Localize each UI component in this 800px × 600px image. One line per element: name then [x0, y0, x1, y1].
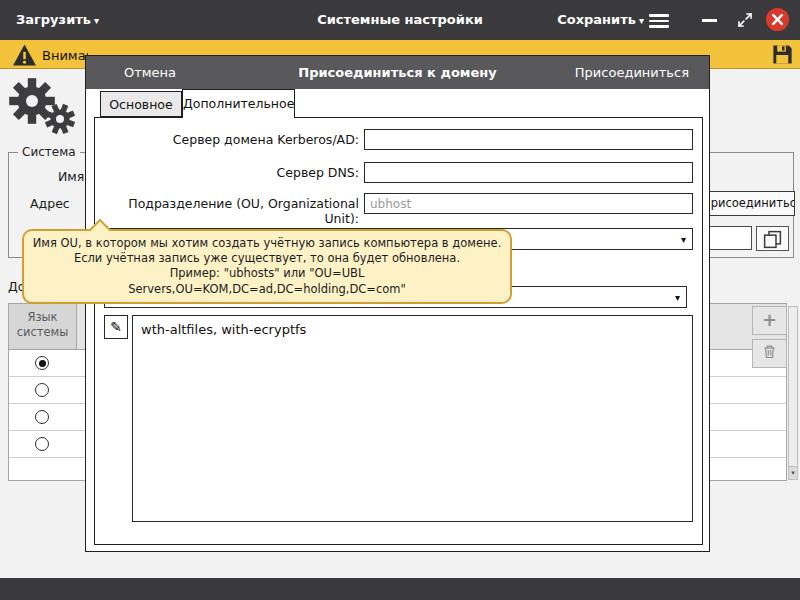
- dialog-tab-panel: Сервер домена Kerberos/AD: Сервер DNS: П…: [94, 117, 703, 545]
- warning-icon: [12, 43, 37, 66]
- tooltip-line: Пример: "ubhosts" или "OU=UBL Servers,OU…: [32, 266, 502, 296]
- radio-unselected[interactable]: [35, 383, 49, 397]
- footer-bar: [0, 578, 800, 600]
- system-groupbox-legend: Система: [18, 145, 80, 159]
- caret-down-icon: ▾: [94, 15, 99, 26]
- caret-down-icon: ▾: [675, 287, 680, 308]
- address-field-label: Адрес: [30, 196, 70, 211]
- trash-icon[interactable]: [752, 339, 787, 368]
- cancel-button[interactable]: Отмена: [124, 65, 176, 80]
- caret-down-icon: ▾: [681, 229, 686, 250]
- save-disk-icon[interactable]: [771, 43, 794, 66]
- name-field-label: Имя: [58, 169, 84, 184]
- scrollbar-down-icon[interactable]: ▾: [789, 466, 797, 479]
- hamburger-menu-icon[interactable]: [649, 14, 669, 28]
- window-title: Системные настройки: [0, 12, 800, 27]
- load-menu-label: Загрузить: [16, 12, 91, 27]
- close-icon[interactable]: [766, 8, 789, 31]
- radio-selected[interactable]: [35, 356, 49, 370]
- join-domain-button[interactable]: Присоединиться: [697, 191, 795, 216]
- tooltip-line: Если учётная запись уже существует, то о…: [32, 251, 502, 266]
- fullscreen-icon[interactable]: [736, 11, 754, 29]
- settings-gears-icon: [6, 77, 84, 139]
- ou-label: Подразделение (OU, Organizational Unit):: [95, 196, 359, 226]
- join-button[interactable]: Присоединиться: [575, 65, 689, 80]
- save-menu-button[interactable]: Сохранить▾: [557, 12, 644, 27]
- features-textarea[interactable]: wth-altfiles, with-ecryptfs: [132, 315, 693, 522]
- app-window: Загрузить▾ Системные настройки Сохранить…: [0, 0, 800, 600]
- dns-server-label: Сервер DNS:: [95, 165, 359, 180]
- titlebar: Загрузить▾ Системные настройки Сохранить…: [0, 0, 800, 40]
- caret-down-icon: ▾: [639, 15, 644, 26]
- add-button[interactable]: +: [752, 306, 787, 335]
- radio-unselected[interactable]: [35, 437, 49, 451]
- kerberos-server-label: Сервер домена Kerberos/AD:: [95, 132, 359, 147]
- minimize-button[interactable]: [702, 19, 717, 22]
- language-column-header: Язык системы: [9, 304, 77, 350]
- ou-input[interactable]: [364, 193, 693, 214]
- ou-tooltip: Имя OU, в котором мы хотим создать учётн…: [22, 229, 512, 304]
- kerberos-server-input[interactable]: [364, 129, 693, 150]
- tab-additional[interactable]: Дополнительное: [182, 89, 295, 118]
- warning-text: Внимание: [42, 48, 88, 63]
- radio-unselected[interactable]: [35, 410, 49, 424]
- edit-pencil-icon[interactable]: ✎: [104, 315, 128, 339]
- vertical-scrollbar[interactable]: ▾: [788, 306, 798, 480]
- tooltip-line: Имя OU, в котором мы хотим создать учётн…: [32, 236, 502, 251]
- tab-basic[interactable]: Основное: [100, 91, 182, 117]
- save-menu-label: Сохранить: [557, 12, 636, 27]
- copy-icon[interactable]: [756, 226, 789, 251]
- dialog-header: Отмена Присоединиться к домену Присоедин…: [86, 56, 709, 89]
- dns-server-input[interactable]: [364, 162, 693, 183]
- load-menu-button[interactable]: Загрузить▾: [16, 12, 99, 27]
